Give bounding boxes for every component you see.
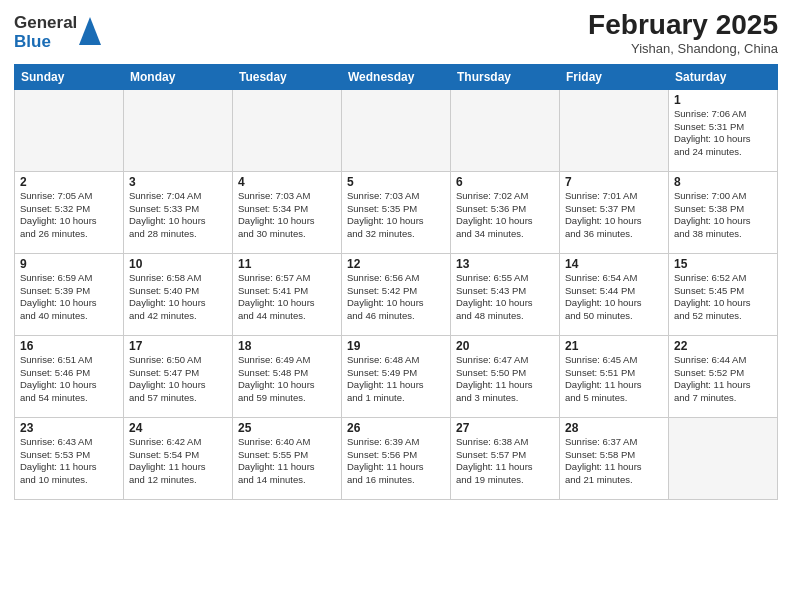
day-number: 6 [456,175,554,189]
day-number: 9 [20,257,118,271]
day-cell: 12Sunrise: 6:56 AM Sunset: 5:42 PM Dayli… [342,253,451,335]
day-number: 20 [456,339,554,353]
day-cell [124,89,233,171]
day-info: Sunrise: 6:55 AM Sunset: 5:43 PM Dayligh… [456,272,554,323]
logo-icon [79,17,101,45]
day-number: 28 [565,421,663,435]
day-info: Sunrise: 6:47 AM Sunset: 5:50 PM Dayligh… [456,354,554,405]
day-number: 4 [238,175,336,189]
day-cell: 9Sunrise: 6:59 AM Sunset: 5:39 PM Daylig… [15,253,124,335]
day-info: Sunrise: 6:49 AM Sunset: 5:48 PM Dayligh… [238,354,336,405]
day-cell: 27Sunrise: 6:38 AM Sunset: 5:57 PM Dayli… [451,417,560,499]
weekday-header-friday: Friday [560,64,669,89]
day-number: 11 [238,257,336,271]
page: General Blue February 2025 Yishan, Shand… [0,0,792,612]
weekday-header-monday: Monday [124,64,233,89]
day-info: Sunrise: 7:00 AM Sunset: 5:38 PM Dayligh… [674,190,772,241]
day-info: Sunrise: 6:56 AM Sunset: 5:42 PM Dayligh… [347,272,445,323]
day-cell: 7Sunrise: 7:01 AM Sunset: 5:37 PM Daylig… [560,171,669,253]
logo-general: General [14,14,77,33]
svg-marker-0 [79,17,101,45]
day-cell: 2Sunrise: 7:05 AM Sunset: 5:32 PM Daylig… [15,171,124,253]
day-info: Sunrise: 6:45 AM Sunset: 5:51 PM Dayligh… [565,354,663,405]
day-cell: 15Sunrise: 6:52 AM Sunset: 5:45 PM Dayli… [669,253,778,335]
day-cell: 18Sunrise: 6:49 AM Sunset: 5:48 PM Dayli… [233,335,342,417]
day-info: Sunrise: 6:38 AM Sunset: 5:57 PM Dayligh… [456,436,554,487]
day-info: Sunrise: 7:02 AM Sunset: 5:36 PM Dayligh… [456,190,554,241]
day-number: 13 [456,257,554,271]
week-row-4: 16Sunrise: 6:51 AM Sunset: 5:46 PM Dayli… [15,335,778,417]
day-cell: 14Sunrise: 6:54 AM Sunset: 5:44 PM Dayli… [560,253,669,335]
title-block: February 2025 Yishan, Shandong, China [588,10,778,56]
logo: General Blue [14,10,101,51]
day-number: 23 [20,421,118,435]
day-info: Sunrise: 6:42 AM Sunset: 5:54 PM Dayligh… [129,436,227,487]
day-number: 18 [238,339,336,353]
day-cell: 26Sunrise: 6:39 AM Sunset: 5:56 PM Dayli… [342,417,451,499]
day-number: 27 [456,421,554,435]
day-info: Sunrise: 7:04 AM Sunset: 5:33 PM Dayligh… [129,190,227,241]
day-cell: 4Sunrise: 7:03 AM Sunset: 5:34 PM Daylig… [233,171,342,253]
day-info: Sunrise: 6:57 AM Sunset: 5:41 PM Dayligh… [238,272,336,323]
day-cell [15,89,124,171]
day-cell [342,89,451,171]
day-info: Sunrise: 6:51 AM Sunset: 5:46 PM Dayligh… [20,354,118,405]
day-number: 16 [20,339,118,353]
day-number: 26 [347,421,445,435]
day-cell: 19Sunrise: 6:48 AM Sunset: 5:49 PM Dayli… [342,335,451,417]
day-cell [233,89,342,171]
header: General Blue February 2025 Yishan, Shand… [14,10,778,56]
day-info: Sunrise: 6:40 AM Sunset: 5:55 PM Dayligh… [238,436,336,487]
day-cell [669,417,778,499]
day-number: 24 [129,421,227,435]
day-info: Sunrise: 6:43 AM Sunset: 5:53 PM Dayligh… [20,436,118,487]
day-cell: 1Sunrise: 7:06 AM Sunset: 5:31 PM Daylig… [669,89,778,171]
day-number: 3 [129,175,227,189]
day-cell: 28Sunrise: 6:37 AM Sunset: 5:58 PM Dayli… [560,417,669,499]
day-info: Sunrise: 6:50 AM Sunset: 5:47 PM Dayligh… [129,354,227,405]
day-info: Sunrise: 7:03 AM Sunset: 5:35 PM Dayligh… [347,190,445,241]
day-number: 7 [565,175,663,189]
day-cell: 11Sunrise: 6:57 AM Sunset: 5:41 PM Dayli… [233,253,342,335]
day-cell [451,89,560,171]
day-cell: 16Sunrise: 6:51 AM Sunset: 5:46 PM Dayli… [15,335,124,417]
calendar: SundayMondayTuesdayWednesdayThursdayFrid… [14,64,778,500]
day-cell: 13Sunrise: 6:55 AM Sunset: 5:43 PM Dayli… [451,253,560,335]
day-cell [560,89,669,171]
day-cell: 22Sunrise: 6:44 AM Sunset: 5:52 PM Dayli… [669,335,778,417]
day-cell: 8Sunrise: 7:00 AM Sunset: 5:38 PM Daylig… [669,171,778,253]
logo-blue: Blue [14,33,77,52]
day-number: 25 [238,421,336,435]
weekday-header-row: SundayMondayTuesdayWednesdayThursdayFrid… [15,64,778,89]
logo-block: General Blue [14,14,101,51]
week-row-1: 1Sunrise: 7:06 AM Sunset: 5:31 PM Daylig… [15,89,778,171]
day-cell: 21Sunrise: 6:45 AM Sunset: 5:51 PM Dayli… [560,335,669,417]
day-number: 21 [565,339,663,353]
day-info: Sunrise: 6:44 AM Sunset: 5:52 PM Dayligh… [674,354,772,405]
location: Yishan, Shandong, China [588,41,778,56]
week-row-5: 23Sunrise: 6:43 AM Sunset: 5:53 PM Dayli… [15,417,778,499]
week-row-3: 9Sunrise: 6:59 AM Sunset: 5:39 PM Daylig… [15,253,778,335]
day-info: Sunrise: 6:54 AM Sunset: 5:44 PM Dayligh… [565,272,663,323]
day-number: 17 [129,339,227,353]
day-number: 12 [347,257,445,271]
day-info: Sunrise: 7:01 AM Sunset: 5:37 PM Dayligh… [565,190,663,241]
day-info: Sunrise: 6:59 AM Sunset: 5:39 PM Dayligh… [20,272,118,323]
day-cell: 3Sunrise: 7:04 AM Sunset: 5:33 PM Daylig… [124,171,233,253]
weekday-header-tuesday: Tuesday [233,64,342,89]
day-info: Sunrise: 6:39 AM Sunset: 5:56 PM Dayligh… [347,436,445,487]
day-number: 1 [674,93,772,107]
logo-text: General Blue [14,14,77,51]
day-cell: 17Sunrise: 6:50 AM Sunset: 5:47 PM Dayli… [124,335,233,417]
day-info: Sunrise: 6:52 AM Sunset: 5:45 PM Dayligh… [674,272,772,323]
weekday-header-sunday: Sunday [15,64,124,89]
weekday-header-thursday: Thursday [451,64,560,89]
day-cell: 23Sunrise: 6:43 AM Sunset: 5:53 PM Dayli… [15,417,124,499]
day-info: Sunrise: 7:06 AM Sunset: 5:31 PM Dayligh… [674,108,772,159]
day-cell: 10Sunrise: 6:58 AM Sunset: 5:40 PM Dayli… [124,253,233,335]
day-number: 10 [129,257,227,271]
week-row-2: 2Sunrise: 7:05 AM Sunset: 5:32 PM Daylig… [15,171,778,253]
day-info: Sunrise: 6:37 AM Sunset: 5:58 PM Dayligh… [565,436,663,487]
day-info: Sunrise: 6:48 AM Sunset: 5:49 PM Dayligh… [347,354,445,405]
day-cell: 20Sunrise: 6:47 AM Sunset: 5:50 PM Dayli… [451,335,560,417]
